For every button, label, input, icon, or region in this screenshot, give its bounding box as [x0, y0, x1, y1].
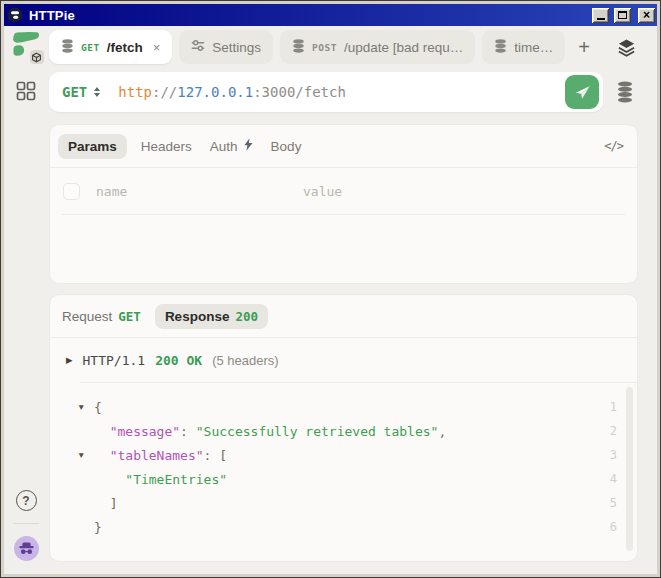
settings-sliders-icon: [191, 39, 205, 55]
tab-title: Settings: [212, 40, 261, 55]
json-line-1: ▼ { 1: [50, 395, 637, 419]
tab-body[interactable]: Body: [267, 134, 306, 159]
expand-headers-icon[interactable]: ▶: [66, 355, 73, 365]
param-value-input[interactable]: value: [303, 184, 342, 199]
lightning-bolt-icon: [244, 138, 253, 154]
tab-request[interactable]: Request GET: [58, 304, 145, 329]
maximize-button[interactable]: [614, 8, 631, 23]
url-row: GET http://127.0.0.1:3000/fetch: [49, 72, 638, 112]
json-line-5: ] 5: [50, 491, 637, 515]
fold-toggle-icon[interactable]: ▼: [77, 402, 94, 412]
divider: [62, 214, 625, 215]
tab-time[interactable]: time…: [482, 30, 565, 64]
package-badge-icon: [28, 48, 46, 66]
tab-bar: GET /fetch × Settings POST /update [bad …: [49, 30, 638, 64]
database-icon: [292, 39, 305, 56]
request-panel-tabs: Params Headers Auth Body </>: [50, 125, 637, 167]
tab-title: time…: [514, 40, 553, 55]
database-icon: [61, 39, 74, 56]
minimize-icon: [597, 18, 605, 20]
tab-params[interactable]: Params: [58, 134, 127, 159]
http-version: HTTP/1.1: [83, 353, 146, 368]
tab-response[interactable]: Response 200: [155, 304, 268, 329]
url-input[interactable]: http://127.0.0.1:3000/fetch: [118, 84, 565, 100]
app-body: ? GET /fetch × Settings: [4, 26, 657, 574]
json-line-4: "TimeEntries" 4: [50, 467, 637, 491]
window-titlebar: HTTPie ×: [4, 4, 657, 26]
tab-title: /update [bad requ…: [344, 40, 463, 55]
response-panel-tabs: Request GET Response 200: [50, 295, 637, 337]
response-status-line: ▶ HTTP/1.1 200 OK (5 headers): [50, 338, 637, 382]
new-tab-button[interactable]: +: [572, 37, 596, 57]
database-icon: [494, 39, 507, 56]
httpie-window-icon: [7, 7, 23, 23]
json-line-6: } 6: [50, 515, 637, 539]
httpie-logo: [10, 29, 43, 63]
tab-title: /fetch: [107, 40, 143, 55]
param-checkbox[interactable]: [63, 183, 80, 200]
tab-headers[interactable]: Headers: [137, 134, 196, 159]
minimize-button[interactable]: [592, 8, 609, 23]
help-icon[interactable]: ?: [16, 490, 37, 511]
json-line-3: ▼ "tableNames": [ 3: [50, 443, 637, 467]
headers-count: (5 headers): [212, 353, 278, 368]
tab-method-label: POST: [312, 42, 337, 53]
response-scrollbar[interactable]: [626, 387, 633, 551]
maximize-icon: [618, 11, 627, 19]
url-input-box: GET http://127.0.0.1:3000/fetch: [49, 72, 603, 112]
response-panel: Request GET Response 200 ▶ HTTP/1.1 200 …: [49, 294, 638, 562]
code-view-icon[interactable]: </>: [604, 139, 623, 153]
method-value: GET: [62, 84, 87, 100]
close-tab-icon[interactable]: ×: [153, 41, 161, 54]
response-body: ▼ { 1 "message": "Successfully retrieved…: [50, 383, 637, 539]
layers-icon[interactable]: [617, 38, 638, 57]
user-avatar-incognito-icon[interactable]: [14, 536, 39, 561]
tab-method-label: GET: [81, 42, 100, 53]
param-name-input[interactable]: name: [96, 184, 303, 199]
app-window: HTTPie × ?: [0, 0, 661, 578]
left-rail: ?: [4, 26, 48, 574]
status-code: 200 OK: [155, 353, 202, 368]
rail-divider: [13, 523, 39, 524]
main-content: GET /fetch × Settings POST /update [bad …: [48, 26, 657, 574]
updown-arrows-icon: [94, 87, 100, 97]
workspace-grid-icon[interactable]: [16, 81, 36, 101]
request-panel: Params Headers Auth Body </> name value: [49, 124, 638, 284]
close-window-button[interactable]: ×: [638, 8, 655, 23]
window-title: HTTPie: [27, 8, 587, 23]
tab-settings[interactable]: Settings: [179, 30, 273, 64]
send-button[interactable]: [565, 75, 599, 109]
json-line-2: "message": "Successfully retrieved table…: [50, 419, 637, 443]
method-dropdown[interactable]: GET: [62, 84, 100, 100]
tab-get-fetch[interactable]: GET /fetch ×: [49, 30, 172, 64]
fold-toggle-icon[interactable]: ▼: [77, 450, 94, 460]
database-stack-icon[interactable]: [612, 81, 638, 103]
tab-post-update[interactable]: POST /update [bad requ…: [280, 30, 475, 64]
tab-auth[interactable]: Auth: [206, 133, 257, 159]
param-row: name value: [50, 168, 637, 214]
